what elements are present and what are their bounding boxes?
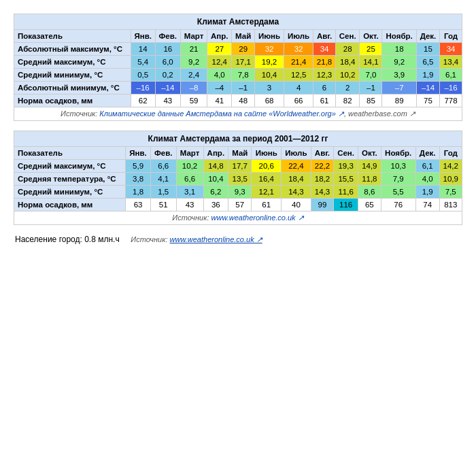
t1-r1-jan: 14 xyxy=(131,43,155,56)
table-row: Абсолютный максимум, °С 14 16 21 27 29 3… xyxy=(14,43,462,56)
t2-r2-mar: 6,6 xyxy=(176,173,203,186)
t2-r3-oct: 8,6 xyxy=(358,186,381,199)
t2-r4-jan: 63 xyxy=(126,199,151,211)
table-row: Средний минимум, °С 0,5 0,2 2,4 4,0 7,8 … xyxy=(14,69,462,82)
t1-col-jul: Июль xyxy=(284,30,313,43)
t1-r3-apr: 4,0 xyxy=(207,69,232,82)
t1-r1-jun: 32 xyxy=(255,43,284,56)
t2-col-feb: Фев. xyxy=(150,147,176,160)
t1-col-indicator: Показатель xyxy=(14,30,131,43)
t1-r2-label: Средний максимум, °С xyxy=(14,56,131,69)
t2-col-jul: Июль xyxy=(282,147,311,160)
t1-r1-nov: 18 xyxy=(382,43,416,56)
t2-r3-apr: 6,2 xyxy=(203,186,228,199)
t1-col-jan: Янв. xyxy=(131,30,155,43)
t1-r3-nov: 3,9 xyxy=(382,69,416,82)
t1-source: Источник: Климатические данные Амстердам… xyxy=(14,107,462,121)
t2-r2-oct: 11,8 xyxy=(358,173,381,186)
t2-r2-jan: 3,8 xyxy=(126,173,151,186)
t2-r1-apr: 14,8 xyxy=(203,160,228,173)
t1-r1-year: 34 xyxy=(440,43,462,56)
t2-col-oct: Окт. xyxy=(358,147,381,160)
t2-r4-may: 57 xyxy=(228,199,252,211)
t1-col-apr: Апр. xyxy=(207,30,232,43)
t1-col-dec: Дек. xyxy=(416,30,439,43)
table1-header-row: Показатель Янв. Фев. Март Апр. Май Июнь … xyxy=(14,30,462,43)
t1-r5-year: 778 xyxy=(440,95,462,107)
t1-col-sep: Сен. xyxy=(335,30,359,43)
t1-r3-sep: 10,2 xyxy=(335,69,359,82)
t1-r4-label: Абсолютный минимум, °С xyxy=(14,82,131,95)
t1-r4-may: –1 xyxy=(232,82,255,95)
population-text: Население город: 0.8 млн.ч xyxy=(15,235,120,244)
t2-r4-jun: 61 xyxy=(252,199,282,211)
t2-r2-sep: 15,5 xyxy=(334,173,358,186)
t1-r2-feb: 6,0 xyxy=(155,56,180,69)
t1-r1-dec: 15 xyxy=(416,43,439,56)
t1-r4-aug: 6 xyxy=(313,82,336,95)
t2-col-year: Год xyxy=(439,147,462,160)
population-source-link[interactable]: www.weatheronline.co.uk ↗ xyxy=(170,235,262,243)
t2-r4-jul: 40 xyxy=(282,199,311,211)
t2-r3-year: 7,5 xyxy=(439,186,462,199)
t2-r4-nov: 76 xyxy=(381,199,415,211)
t1-r1-apr: 27 xyxy=(207,43,232,56)
t1-r3-jun: 10,4 xyxy=(255,69,284,82)
t2-r1-jul: 22,4 xyxy=(282,160,311,173)
t2-r4-mar: 43 xyxy=(176,199,203,211)
t2-col-dec: Дек. xyxy=(415,147,439,160)
t1-r2-year: 13,4 xyxy=(440,56,462,69)
t1-r5-apr: 41 xyxy=(207,95,232,107)
t1-r1-mar: 21 xyxy=(180,43,207,56)
t1-r3-label: Средний минимум, °С xyxy=(14,69,131,82)
t2-r2-aug: 18,2 xyxy=(311,173,333,186)
t2-r3-label: Средний минимум, °С xyxy=(14,186,126,199)
t2-r4-feb: 51 xyxy=(150,199,176,211)
t1-source-link1[interactable]: Климатические данные Амстердама на сайте… xyxy=(99,109,344,118)
table2-header-row: Показатель Янв. Фев. Март Апр. Май Июнь … xyxy=(14,147,462,160)
t2-r2-year: 10,9 xyxy=(439,173,462,186)
t1-r4-jan: –16 xyxy=(131,82,155,95)
t2-col-apr: Апр. xyxy=(203,147,228,160)
t1-r3-aug: 12,3 xyxy=(313,69,336,82)
t2-r2-apr: 10,4 xyxy=(203,173,228,186)
t2-r4-year: 813 xyxy=(439,199,462,211)
t1-col-nov: Ноябр. xyxy=(382,30,416,43)
t1-r1-may: 29 xyxy=(232,43,255,56)
t1-col-aug: Авг. xyxy=(313,30,336,43)
t1-r4-mar: –8 xyxy=(180,82,207,95)
t2-r3-mar: 3,1 xyxy=(176,186,203,199)
t2-r3-jun: 12,1 xyxy=(252,186,282,199)
t2-r2-feb: 4,1 xyxy=(150,173,176,186)
t2-source-link[interactable]: www.weatheronline.co.uk ↗ xyxy=(211,214,304,222)
t2-r4-label: Норма осадков, мм xyxy=(14,199,126,211)
t1-r4-jun: 3 xyxy=(255,82,284,95)
t2-r1-sep: 19,3 xyxy=(334,160,358,173)
table-row: Средний максимум, °С 5,4 6,0 9,2 12,4 17… xyxy=(14,56,462,69)
t1-r4-dec: –14 xyxy=(416,82,439,95)
t1-r2-oct: 14,1 xyxy=(360,56,382,69)
t1-r5-may: 48 xyxy=(232,95,255,107)
t2-r1-nov: 10,3 xyxy=(381,160,415,173)
t1-r1-sep: 28 xyxy=(335,43,359,56)
t1-r5-jun: 68 xyxy=(255,95,284,107)
t1-r3-feb: 0,2 xyxy=(155,69,180,82)
t1-r5-nov: 89 xyxy=(382,95,416,107)
t1-col-feb: Фев. xyxy=(155,30,180,43)
t1-r4-jul: 4 xyxy=(284,82,313,95)
t2-r2-jul: 18,4 xyxy=(282,173,311,186)
t1-r1-label: Абсолютный максимум, °С xyxy=(14,43,131,56)
t2-col-nov: Ноябр. xyxy=(381,147,415,160)
t1-r5-aug: 61 xyxy=(313,95,336,107)
t1-r1-jul: 32 xyxy=(284,43,313,56)
t2-r3-aug: 14,3 xyxy=(311,186,333,199)
t1-r4-feb: –14 xyxy=(155,82,180,95)
t2-source: Источник: www.weatheronline.co.uk ↗ xyxy=(14,211,462,225)
t2-col-jan: Янв. xyxy=(126,147,151,160)
t2-r1-oct: 14,9 xyxy=(358,160,381,173)
t2-r3-jul: 14,3 xyxy=(282,186,311,199)
t1-r2-sep: 18,4 xyxy=(335,56,359,69)
table-row: Средний минимум, °С 1,8 1,5 3,1 6,2 9,3 … xyxy=(14,186,462,199)
t1-r4-sep: 2 xyxy=(335,82,359,95)
t2-col-indicator: Показатель xyxy=(14,147,126,160)
